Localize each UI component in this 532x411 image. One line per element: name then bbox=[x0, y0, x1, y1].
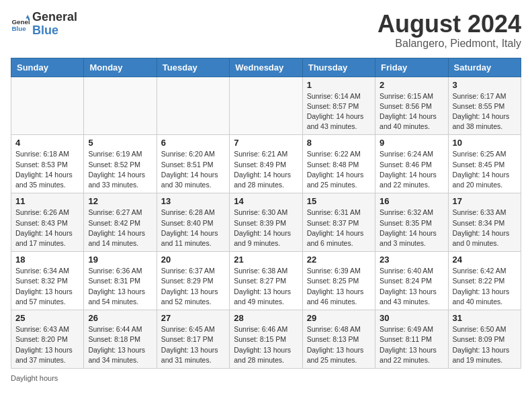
calendar-day-cell: 11Sunrise: 6:26 AMSunset: 8:43 PMDayligh… bbox=[11, 193, 84, 252]
calendar-day-cell: 3Sunrise: 6:17 AMSunset: 8:55 PMDaylight… bbox=[448, 77, 521, 135]
calendar-day-cell: 28Sunrise: 6:46 AMSunset: 8:15 PMDayligh… bbox=[230, 310, 302, 369]
calendar-day-cell bbox=[230, 77, 302, 135]
day-number: 23 bbox=[380, 255, 443, 265]
calendar-day-cell: 25Sunrise: 6:43 AMSunset: 8:20 PMDayligh… bbox=[11, 310, 84, 369]
day-info: Sunrise: 6:48 AMSunset: 8:13 PMDaylight:… bbox=[307, 324, 371, 365]
calendar-day-cell bbox=[84, 77, 157, 135]
day-number: 5 bbox=[88, 138, 152, 148]
day-info: Sunrise: 6:28 AMSunset: 8:40 PMDaylight:… bbox=[161, 208, 225, 248]
day-info: Sunrise: 6:42 AMSunset: 8:22 PMDaylight:… bbox=[453, 266, 517, 307]
day-info: Sunrise: 6:21 AMSunset: 8:49 PMDaylight:… bbox=[234, 149, 298, 190]
calendar-day-cell: 1Sunrise: 6:14 AMSunset: 8:57 PMDaylight… bbox=[302, 77, 375, 135]
day-number: 28 bbox=[234, 313, 298, 323]
day-number: 21 bbox=[234, 255, 298, 265]
day-number: 13 bbox=[161, 196, 225, 206]
calendar-day-cell: 24Sunrise: 6:42 AMSunset: 8:22 PMDayligh… bbox=[448, 252, 521, 310]
calendar-day-cell: 6Sunrise: 6:20 AMSunset: 8:51 PMDaylight… bbox=[157, 135, 229, 193]
calendar-day-cell: 17Sunrise: 6:33 AMSunset: 8:34 PMDayligh… bbox=[448, 193, 521, 252]
day-info: Sunrise: 6:40 AMSunset: 8:24 PMDaylight:… bbox=[380, 266, 443, 307]
calendar-day-header: Tuesday bbox=[157, 58, 229, 77]
day-number: 8 bbox=[307, 138, 371, 148]
day-number: 18 bbox=[15, 255, 79, 265]
calendar-table: SundayMondayTuesdayWednesdayThursdayFrid… bbox=[11, 58, 521, 369]
calendar-day-cell: 21Sunrise: 6:38 AMSunset: 8:27 PMDayligh… bbox=[230, 252, 302, 310]
svg-marker-2 bbox=[26, 15, 30, 19]
svg-text:Blue: Blue bbox=[11, 25, 26, 32]
calendar-day-cell bbox=[157, 77, 229, 135]
calendar-day-cell: 2Sunrise: 6:15 AMSunset: 8:56 PMDaylight… bbox=[375, 77, 448, 135]
day-info: Sunrise: 6:22 AMSunset: 8:48 PMDaylight:… bbox=[307, 149, 371, 190]
calendar-day-cell: 14Sunrise: 6:30 AMSunset: 8:39 PMDayligh… bbox=[230, 193, 302, 252]
day-number: 3 bbox=[453, 80, 517, 90]
day-number: 31 bbox=[453, 313, 517, 323]
day-number: 24 bbox=[453, 255, 517, 265]
day-info: Sunrise: 6:46 AMSunset: 8:15 PMDaylight:… bbox=[234, 324, 298, 365]
day-number: 22 bbox=[307, 255, 371, 265]
page-subtitle: Balangero, Piedmont, Italy bbox=[378, 38, 521, 50]
calendar-day-cell: 31Sunrise: 6:50 AMSunset: 8:09 PMDayligh… bbox=[448, 310, 521, 369]
day-info: Sunrise: 6:49 AMSunset: 8:11 PMDaylight:… bbox=[380, 324, 443, 365]
day-number: 2 bbox=[380, 80, 443, 90]
day-number: 9 bbox=[380, 138, 443, 148]
day-info: Sunrise: 6:20 AMSunset: 8:51 PMDaylight:… bbox=[161, 149, 225, 190]
calendar-day-cell: 20Sunrise: 6:37 AMSunset: 8:29 PMDayligh… bbox=[157, 252, 229, 310]
calendar-day-cell: 27Sunrise: 6:45 AMSunset: 8:17 PMDayligh… bbox=[157, 310, 229, 369]
generalblue-logo-icon: General Blue bbox=[11, 15, 30, 34]
day-number: 27 bbox=[161, 313, 225, 323]
day-number: 10 bbox=[453, 138, 517, 148]
day-info: Sunrise: 6:38 AMSunset: 8:27 PMDaylight:… bbox=[234, 266, 298, 307]
day-number: 20 bbox=[161, 255, 225, 265]
day-number: 25 bbox=[15, 313, 79, 323]
calendar-day-header: Wednesday bbox=[230, 58, 302, 77]
day-number: 30 bbox=[380, 313, 443, 323]
calendar-day-cell: 9Sunrise: 6:24 AMSunset: 8:46 PMDaylight… bbox=[375, 135, 448, 193]
day-info: Sunrise: 6:17 AMSunset: 8:55 PMDaylight:… bbox=[453, 91, 517, 132]
day-number: 29 bbox=[307, 313, 371, 323]
calendar-day-cell: 18Sunrise: 6:34 AMSunset: 8:32 PMDayligh… bbox=[11, 252, 84, 310]
logo-general-text: General bbox=[32, 11, 77, 24]
day-number: 12 bbox=[88, 196, 152, 206]
day-info: Sunrise: 6:25 AMSunset: 8:45 PMDaylight:… bbox=[453, 149, 517, 190]
day-info: Sunrise: 6:33 AMSunset: 8:34 PMDaylight:… bbox=[453, 208, 517, 248]
day-info: Sunrise: 6:32 AMSunset: 8:35 PMDaylight:… bbox=[380, 208, 443, 248]
calendar-day-cell: 26Sunrise: 6:44 AMSunset: 8:18 PMDayligh… bbox=[84, 310, 157, 369]
day-number: 17 bbox=[453, 196, 517, 206]
day-info: Sunrise: 6:43 AMSunset: 8:20 PMDaylight:… bbox=[15, 324, 79, 365]
calendar-day-cell: 7Sunrise: 6:21 AMSunset: 8:49 PMDaylight… bbox=[230, 135, 302, 193]
calendar-day-cell: 16Sunrise: 6:32 AMSunset: 8:35 PMDayligh… bbox=[375, 193, 448, 252]
calendar-day-cell: 22Sunrise: 6:39 AMSunset: 8:25 PMDayligh… bbox=[302, 252, 375, 310]
logo-blue-text: Blue bbox=[32, 24, 77, 38]
day-info: Sunrise: 6:31 AMSunset: 8:37 PMDaylight:… bbox=[307, 208, 371, 248]
day-info: Sunrise: 6:36 AMSunset: 8:31 PMDaylight:… bbox=[88, 266, 152, 307]
day-info: Sunrise: 6:45 AMSunset: 8:17 PMDaylight:… bbox=[161, 324, 225, 365]
day-info: Sunrise: 6:30 AMSunset: 8:39 PMDaylight:… bbox=[234, 208, 298, 248]
calendar-day-cell: 15Sunrise: 6:31 AMSunset: 8:37 PMDayligh… bbox=[302, 193, 375, 252]
day-info: Sunrise: 6:44 AMSunset: 8:18 PMDaylight:… bbox=[88, 324, 152, 365]
calendar-header-row: SundayMondayTuesdayWednesdayThursdayFrid… bbox=[11, 58, 521, 77]
day-info: Sunrise: 6:39 AMSunset: 8:25 PMDaylight:… bbox=[307, 266, 371, 307]
title-area: August 2024 Balangero, Piedmont, Italy bbox=[378, 11, 521, 50]
calendar-day-header: Thursday bbox=[302, 58, 375, 77]
day-info: Sunrise: 6:24 AMSunset: 8:46 PMDaylight:… bbox=[380, 149, 443, 190]
day-number: 1 bbox=[307, 80, 371, 90]
day-number: 6 bbox=[161, 138, 225, 148]
day-number: 14 bbox=[234, 196, 298, 206]
calendar-week-row: 4Sunrise: 6:18 AMSunset: 8:53 PMDaylight… bbox=[11, 135, 521, 193]
calendar-day-cell: 23Sunrise: 6:40 AMSunset: 8:24 PMDayligh… bbox=[375, 252, 448, 310]
calendar-day-cell: 13Sunrise: 6:28 AMSunset: 8:40 PMDayligh… bbox=[157, 193, 229, 252]
calendar-day-cell: 30Sunrise: 6:49 AMSunset: 8:11 PMDayligh… bbox=[375, 310, 448, 369]
calendar-day-cell: 19Sunrise: 6:36 AMSunset: 8:31 PMDayligh… bbox=[84, 252, 157, 310]
logo: General Blue General Blue bbox=[11, 11, 77, 38]
day-info: Sunrise: 6:34 AMSunset: 8:32 PMDaylight:… bbox=[15, 266, 79, 307]
calendar-week-row: 18Sunrise: 6:34 AMSunset: 8:32 PMDayligh… bbox=[11, 252, 521, 310]
calendar-day-cell: 12Sunrise: 6:27 AMSunset: 8:42 PMDayligh… bbox=[84, 193, 157, 252]
day-info: Sunrise: 6:26 AMSunset: 8:43 PMDaylight:… bbox=[15, 208, 79, 248]
calendar-week-row: 25Sunrise: 6:43 AMSunset: 8:20 PMDayligh… bbox=[11, 310, 521, 369]
day-info: Sunrise: 6:15 AMSunset: 8:56 PMDaylight:… bbox=[380, 91, 443, 132]
calendar-day-cell: 5Sunrise: 6:19 AMSunset: 8:52 PMDaylight… bbox=[84, 135, 157, 193]
calendar-day-cell: 10Sunrise: 6:25 AMSunset: 8:45 PMDayligh… bbox=[448, 135, 521, 193]
day-info: Sunrise: 6:18 AMSunset: 8:53 PMDaylight:… bbox=[15, 149, 79, 190]
calendar-week-row: 11Sunrise: 6:26 AMSunset: 8:43 PMDayligh… bbox=[11, 193, 521, 252]
day-number: 19 bbox=[88, 255, 152, 265]
day-number: 26 bbox=[88, 313, 152, 323]
